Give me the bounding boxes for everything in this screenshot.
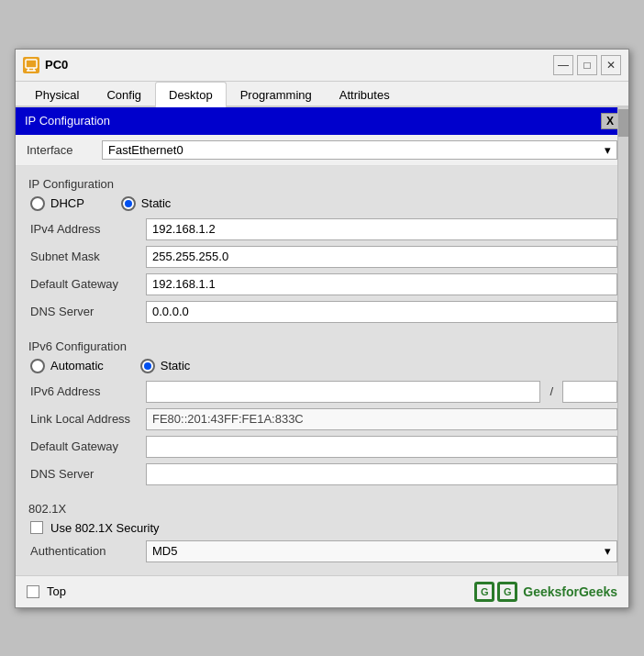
interface-value: FastEthernet0 bbox=[108, 143, 183, 157]
static-label: Static bbox=[141, 196, 172, 210]
auth-value: MD5 bbox=[152, 544, 177, 558]
dot1x-security-row: Use 802.1X Security bbox=[27, 521, 617, 535]
close-button[interactable]: ✕ bbox=[601, 55, 621, 75]
default-gateway-ipv6-row: Default Gateway bbox=[27, 436, 617, 458]
tab-programming[interactable]: Programming bbox=[227, 82, 326, 107]
ip-config-header: IP Configuration X bbox=[16, 107, 628, 135]
ipv6-static-label: Static bbox=[161, 359, 191, 372]
gfg-logo-area: G G GeeksforGeeks bbox=[474, 582, 617, 602]
default-gateway-ipv4-row: Default Gateway bbox=[27, 273, 617, 295]
default-gateway-ipv6-label: Default Gateway bbox=[27, 439, 137, 453]
automatic-radio-outer bbox=[30, 359, 45, 373]
ipv6-static-radio[interactable]: Static bbox=[140, 359, 191, 373]
default-gateway-ipv4-input[interactable] bbox=[146, 273, 617, 295]
dot1x-checkbox-label: Use 802.1X Security bbox=[50, 521, 160, 535]
dns-server-ipv4-label: DNS Server bbox=[27, 305, 137, 318]
app-icon bbox=[23, 57, 39, 73]
ipv6-mode-row: Automatic Static bbox=[27, 359, 617, 373]
dhcp-label: DHCP bbox=[50, 196, 84, 210]
default-gateway-ipv6-input[interactable] bbox=[146, 436, 617, 458]
auth-label: Authentication bbox=[27, 544, 137, 558]
automatic-radio[interactable]: Automatic bbox=[30, 359, 104, 373]
ipv4-address-row: IPv4 Address bbox=[27, 218, 617, 240]
interface-dropdown-arrow: ▾ bbox=[605, 143, 611, 157]
main-content: IP Configuration X Interface FastEtherne… bbox=[16, 107, 628, 575]
interface-row: Interface FastEthernet0 ▾ bbox=[16, 135, 628, 166]
dns-server-ipv4-input[interactable] bbox=[146, 301, 617, 323]
scrollbar[interactable] bbox=[617, 107, 628, 575]
interface-dropdown[interactable]: FastEthernet0 ▾ bbox=[102, 140, 617, 160]
main-window: PC0 — □ ✕ Physical Config Desktop Progra… bbox=[15, 49, 629, 608]
dhcp-radio[interactable]: DHCP bbox=[30, 196, 84, 211]
ipv6-address-row: IPv6 Address / bbox=[27, 381, 617, 403]
titlebar: PC0 — □ ✕ bbox=[16, 50, 628, 82]
interface-label: Interface bbox=[27, 143, 91, 157]
gfg-text: GeeksforGeeks bbox=[523, 584, 617, 599]
dot1x-checkbox[interactable] bbox=[30, 521, 43, 534]
link-local-input[interactable] bbox=[146, 408, 617, 430]
dhcp-radio-outer bbox=[30, 196, 45, 211]
gfg-letter-g1: G bbox=[474, 582, 494, 602]
ipv4-section-label: IP Configuration bbox=[27, 177, 617, 191]
link-local-label: Link Local Address bbox=[27, 412, 137, 426]
static-radio-outer bbox=[121, 196, 136, 211]
window-title: PC0 bbox=[45, 58, 548, 72]
dns-server-ipv6-label: DNS Server bbox=[27, 467, 137, 481]
content-area: IP Configuration X Interface FastEtherne… bbox=[16, 107, 628, 575]
dns-server-ipv4-row: DNS Server bbox=[27, 301, 617, 323]
automatic-label: Automatic bbox=[50, 359, 104, 372]
config-body: IP Configuration DHCP Static IPv4 Addre bbox=[16, 166, 628, 575]
top-checkbox[interactable] bbox=[27, 585, 39, 598]
static-radio[interactable]: Static bbox=[121, 196, 172, 211]
bottom-bar: Top G G GeeksforGeeks bbox=[16, 575, 628, 607]
dns-server-ipv6-input[interactable] bbox=[146, 463, 617, 485]
ip-config-close[interactable]: X bbox=[601, 113, 619, 129]
link-local-row: Link Local Address bbox=[27, 408, 617, 430]
subnet-mask-input[interactable] bbox=[146, 246, 617, 268]
ipv6-section-label: IPv6 Configuration bbox=[27, 339, 617, 353]
default-gateway-ipv4-label: Default Gateway bbox=[27, 277, 137, 291]
tab-attributes[interactable]: Attributes bbox=[326, 82, 404, 107]
dot1x-section-label: 802.1X bbox=[27, 502, 617, 516]
window-controls: — □ ✕ bbox=[553, 55, 621, 75]
svg-rect-0 bbox=[26, 60, 37, 68]
ipv4-address-label: IPv4 Address bbox=[27, 222, 137, 236]
tab-bar: Physical Config Desktop Programming Attr… bbox=[16, 82, 628, 107]
ipv6-prefix-input[interactable] bbox=[562, 381, 617, 403]
ip-config-title: IP Configuration bbox=[25, 114, 110, 128]
ipv6-address-label: IPv6 Address bbox=[27, 384, 137, 398]
auth-row: Authentication MD5 ▾ bbox=[27, 540, 617, 562]
gfg-letter-g2: G bbox=[497, 582, 517, 602]
bottom-left: Top bbox=[27, 584, 66, 598]
ipv6-address-input[interactable] bbox=[146, 381, 540, 403]
tab-physical[interactable]: Physical bbox=[21, 82, 93, 107]
subnet-mask-label: Subnet Mask bbox=[27, 250, 137, 263]
ipv6-static-radio-outer bbox=[140, 359, 155, 373]
ipv6-static-radio-inner bbox=[144, 362, 151, 370]
top-label: Top bbox=[47, 584, 66, 598]
auth-dropdown-arrow: ▾ bbox=[605, 544, 611, 558]
ipv6-slash: / bbox=[550, 384, 553, 398]
ipv4-mode-row: DHCP Static bbox=[27, 196, 617, 211]
tab-desktop[interactable]: Desktop bbox=[155, 82, 227, 107]
minimize-button[interactable]: — bbox=[553, 55, 573, 75]
subnet-mask-row: Subnet Mask bbox=[27, 246, 617, 268]
tab-config[interactable]: Config bbox=[93, 82, 155, 107]
scrollbar-thumb[interactable] bbox=[618, 109, 628, 137]
ipv4-address-input[interactable] bbox=[146, 218, 617, 240]
gfg-logo: G G bbox=[474, 582, 517, 602]
auth-dropdown[interactable]: MD5 ▾ bbox=[146, 540, 617, 562]
static-radio-inner bbox=[125, 200, 132, 207]
maximize-button[interactable]: □ bbox=[577, 55, 597, 75]
dns-server-ipv6-row: DNS Server bbox=[27, 463, 617, 485]
